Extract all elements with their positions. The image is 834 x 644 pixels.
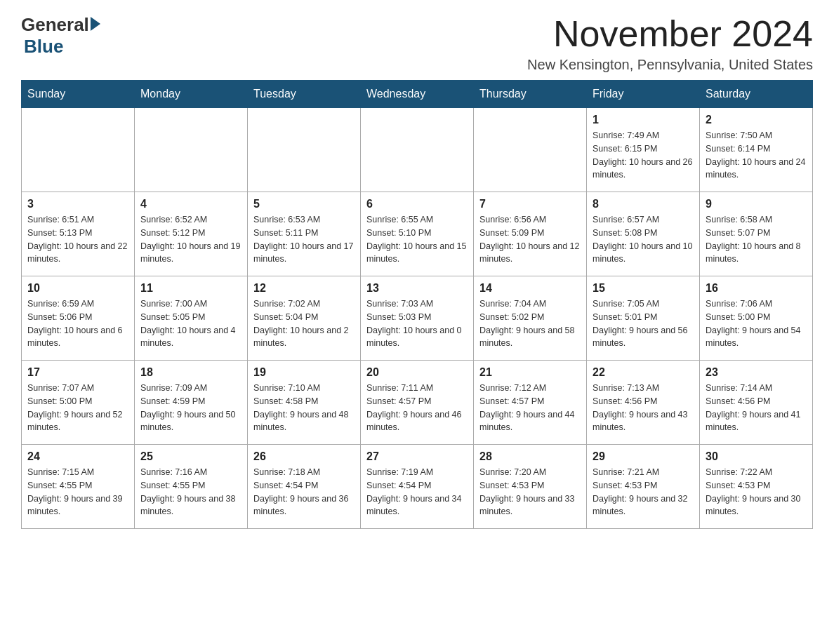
day-number: 28 <box>479 450 581 463</box>
calendar-cell <box>22 108 135 192</box>
calendar-cell: 15Sunrise: 7:05 AMSunset: 5:01 PMDayligh… <box>587 276 700 361</box>
calendar-cell: 17Sunrise: 7:07 AMSunset: 5:00 PMDayligh… <box>22 361 135 445</box>
day-info: Sunrise: 7:50 AMSunset: 6:14 PMDaylight:… <box>706 129 807 182</box>
calendar-cell: 7Sunrise: 6:56 AMSunset: 5:09 PMDaylight… <box>474 192 587 276</box>
day-number: 10 <box>27 282 128 295</box>
day-number: 3 <box>27 198 128 210</box>
calendar-cell: 12Sunrise: 7:02 AMSunset: 5:04 PMDayligh… <box>248 276 361 361</box>
day-number: 16 <box>706 282 807 295</box>
calendar-header-wednesday: Wednesday <box>361 81 474 108</box>
page-header: General Blue November 2024 New Kensingto… <box>21 14 813 73</box>
calendar-cell: 10Sunrise: 6:59 AMSunset: 5:06 PMDayligh… <box>22 276 135 361</box>
calendar-week-4: 17Sunrise: 7:07 AMSunset: 5:00 PMDayligh… <box>22 361 813 445</box>
calendar-cell: 25Sunrise: 7:16 AMSunset: 4:55 PMDayligh… <box>135 445 248 529</box>
calendar-cell: 22Sunrise: 7:13 AMSunset: 4:56 PMDayligh… <box>587 361 700 445</box>
day-number: 15 <box>593 282 694 295</box>
day-number: 26 <box>253 450 355 463</box>
day-number: 1 <box>593 114 694 126</box>
day-info: Sunrise: 7:22 AMSunset: 4:53 PMDaylight:… <box>706 466 807 518</box>
calendar-cell: 19Sunrise: 7:10 AMSunset: 4:58 PMDayligh… <box>248 361 361 445</box>
day-info: Sunrise: 6:55 AMSunset: 5:10 PMDaylight:… <box>366 213 468 266</box>
day-info: Sunrise: 6:51 AMSunset: 5:13 PMDaylight:… <box>27 213 128 266</box>
calendar-cell: 2Sunrise: 7:50 AMSunset: 6:14 PMDaylight… <box>700 108 813 192</box>
day-number: 6 <box>366 198 468 210</box>
calendar-header-tuesday: Tuesday <box>248 81 361 108</box>
calendar-week-2: 3Sunrise: 6:51 AMSunset: 5:13 PMDaylight… <box>22 192 813 276</box>
day-info: Sunrise: 7:16 AMSunset: 4:55 PMDaylight:… <box>140 466 241 518</box>
calendar-header-friday: Friday <box>587 81 700 108</box>
calendar-cell: 14Sunrise: 7:04 AMSunset: 5:02 PMDayligh… <box>474 276 587 361</box>
day-number: 17 <box>27 366 128 379</box>
day-info: Sunrise: 6:53 AMSunset: 5:11 PMDaylight:… <box>253 213 355 266</box>
month-title: November 2024 <box>527 14 813 54</box>
calendar-cell: 20Sunrise: 7:11 AMSunset: 4:57 PMDayligh… <box>361 361 474 445</box>
day-number: 22 <box>593 366 694 379</box>
calendar-cell: 9Sunrise: 6:58 AMSunset: 5:07 PMDaylight… <box>700 192 813 276</box>
day-info: Sunrise: 6:57 AMSunset: 5:08 PMDaylight:… <box>593 213 694 266</box>
title-area: November 2024 New Kensington, Pennsylvan… <box>527 14 813 73</box>
calendar-cell: 11Sunrise: 7:00 AMSunset: 5:05 PMDayligh… <box>135 276 248 361</box>
calendar-cell <box>248 108 361 192</box>
day-info: Sunrise: 7:04 AMSunset: 5:02 PMDaylight:… <box>479 297 581 350</box>
day-info: Sunrise: 7:10 AMSunset: 4:58 PMDaylight:… <box>253 382 355 434</box>
day-number: 19 <box>253 366 355 379</box>
day-info: Sunrise: 7:14 AMSunset: 4:56 PMDaylight:… <box>706 382 807 434</box>
calendar-header-monday: Monday <box>135 81 248 108</box>
calendar-header-saturday: Saturday <box>700 81 813 108</box>
calendar-week-3: 10Sunrise: 6:59 AMSunset: 5:06 PMDayligh… <box>22 276 813 361</box>
logo-flag-icon <box>91 17 100 31</box>
calendar-week-1: 1Sunrise: 7:49 AMSunset: 6:15 PMDaylight… <box>22 108 813 192</box>
day-number: 18 <box>140 366 241 379</box>
calendar-cell: 6Sunrise: 6:55 AMSunset: 5:10 PMDaylight… <box>361 192 474 276</box>
day-info: Sunrise: 7:18 AMSunset: 4:54 PMDaylight:… <box>253 466 355 518</box>
day-info: Sunrise: 7:05 AMSunset: 5:01 PMDaylight:… <box>593 297 694 350</box>
calendar-week-5: 24Sunrise: 7:15 AMSunset: 4:55 PMDayligh… <box>22 445 813 529</box>
calendar-cell: 27Sunrise: 7:19 AMSunset: 4:54 PMDayligh… <box>361 445 474 529</box>
day-info: Sunrise: 6:58 AMSunset: 5:07 PMDaylight:… <box>706 213 807 266</box>
day-info: Sunrise: 7:03 AMSunset: 5:03 PMDaylight:… <box>366 297 468 350</box>
day-number: 14 <box>479 282 581 295</box>
calendar-table: SundayMondayTuesdayWednesdayThursdayFrid… <box>21 80 813 529</box>
day-info: Sunrise: 7:00 AMSunset: 5:05 PMDaylight:… <box>140 297 241 350</box>
calendar-cell: 26Sunrise: 7:18 AMSunset: 4:54 PMDayligh… <box>248 445 361 529</box>
calendar-cell: 29Sunrise: 7:21 AMSunset: 4:53 PMDayligh… <box>587 445 700 529</box>
day-info: Sunrise: 7:02 AMSunset: 5:04 PMDaylight:… <box>253 297 355 350</box>
day-number: 4 <box>140 198 241 210</box>
calendar-cell: 30Sunrise: 7:22 AMSunset: 4:53 PMDayligh… <box>700 445 813 529</box>
calendar-cell: 16Sunrise: 7:06 AMSunset: 5:00 PMDayligh… <box>700 276 813 361</box>
day-info: Sunrise: 7:20 AMSunset: 4:53 PMDaylight:… <box>479 466 581 518</box>
logo: General Blue <box>21 14 102 58</box>
day-number: 23 <box>706 366 807 379</box>
calendar-cell: 24Sunrise: 7:15 AMSunset: 4:55 PMDayligh… <box>22 445 135 529</box>
day-number: 12 <box>253 282 355 295</box>
calendar-cell <box>361 108 474 192</box>
calendar-header-row: SundayMondayTuesdayWednesdayThursdayFrid… <box>22 81 813 108</box>
calendar-cell: 28Sunrise: 7:20 AMSunset: 4:53 PMDayligh… <box>474 445 587 529</box>
calendar-cell: 8Sunrise: 6:57 AMSunset: 5:08 PMDaylight… <box>587 192 700 276</box>
day-number: 2 <box>706 114 807 126</box>
day-info: Sunrise: 7:11 AMSunset: 4:57 PMDaylight:… <box>366 382 468 434</box>
day-info: Sunrise: 7:07 AMSunset: 5:00 PMDaylight:… <box>27 382 128 434</box>
day-info: Sunrise: 6:56 AMSunset: 5:09 PMDaylight:… <box>479 213 581 266</box>
day-info: Sunrise: 7:13 AMSunset: 4:56 PMDaylight:… <box>593 382 694 434</box>
calendar-cell: 5Sunrise: 6:53 AMSunset: 5:11 PMDaylight… <box>248 192 361 276</box>
day-number: 27 <box>366 450 468 463</box>
day-info: Sunrise: 7:19 AMSunset: 4:54 PMDaylight:… <box>366 466 468 518</box>
day-info: Sunrise: 7:09 AMSunset: 4:59 PMDaylight:… <box>140 382 241 434</box>
day-number: 8 <box>593 198 694 210</box>
calendar-cell: 1Sunrise: 7:49 AMSunset: 6:15 PMDaylight… <box>587 108 700 192</box>
calendar-cell: 3Sunrise: 6:51 AMSunset: 5:13 PMDaylight… <box>22 192 135 276</box>
day-number: 11 <box>140 282 241 295</box>
calendar-cell: 21Sunrise: 7:12 AMSunset: 4:57 PMDayligh… <box>474 361 587 445</box>
day-info: Sunrise: 6:52 AMSunset: 5:12 PMDaylight:… <box>140 213 241 266</box>
day-number: 29 <box>593 450 694 463</box>
logo-general-text: General <box>21 14 89 36</box>
calendar-cell: 23Sunrise: 7:14 AMSunset: 4:56 PMDayligh… <box>700 361 813 445</box>
day-number: 7 <box>479 198 581 210</box>
day-number: 5 <box>253 198 355 210</box>
day-number: 24 <box>27 450 128 463</box>
day-info: Sunrise: 7:21 AMSunset: 4:53 PMDaylight:… <box>593 466 694 518</box>
day-number: 30 <box>706 450 807 463</box>
day-info: Sunrise: 6:59 AMSunset: 5:06 PMDaylight:… <box>27 297 128 350</box>
day-info: Sunrise: 7:06 AMSunset: 5:00 PMDaylight:… <box>706 297 807 350</box>
